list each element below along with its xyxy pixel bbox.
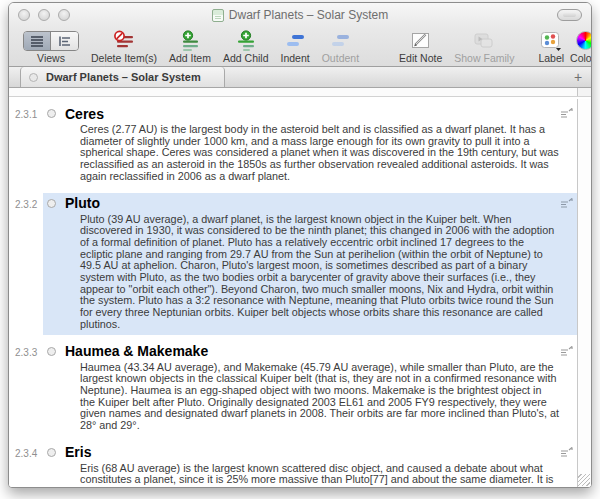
toolbar-toggle-pill-button[interactable] [557,9,582,21]
edit-note-button[interactable]: Edit Note [399,29,442,64]
tab-bar: Dwarf Planets – Solar System + [9,67,591,88]
indent-label: Indent [281,52,310,64]
tab-label: Dwarf Planets – Solar System [46,71,201,83]
outline-item-eris[interactable]: 2.3.4 Eris Eris (68 AU average) is the l… [43,442,583,487]
item-handle-icon[interactable] [47,347,56,356]
colors-button[interactable]: Colors [570,29,592,64]
add-item-label: Add Item [169,52,211,64]
item-title[interactable]: Haumea & Makemake [65,343,208,359]
outdent-label: Outdent [322,52,359,64]
label-button[interactable]: Label [538,29,564,64]
add-child-button[interactable]: Add Child [223,29,269,64]
outline-item-pluto[interactable]: 2.3.2 Pluto Pluto (39 AU average), a dwa… [43,193,583,335]
item-title[interactable]: Ceres [65,106,104,122]
label-icon [539,30,563,52]
colors-label: Colors [570,52,592,64]
new-tab-button[interactable]: + [570,67,586,87]
column-header-strip [9,88,591,97]
outdent-icon [329,31,351,51]
list-view-segment[interactable] [24,32,51,50]
window-title: Dwarf Planets – Solar System [229,8,388,22]
views-control[interactable]: Views [23,29,79,64]
title-bar: Dwarf Planets – Solar System [9,3,591,27]
zoom-window-button[interactable] [58,9,70,21]
label-label: Label [538,52,564,64]
note-indicator-icon[interactable] [560,198,573,209]
item-number: 2.3.3 [15,347,37,358]
app-window: Dwarf Planets – Solar System [8,2,592,488]
item-handle-icon[interactable] [47,109,56,118]
delete-item-icon [112,30,136,52]
add-child-icon [235,30,257,52]
show-family-icon [471,30,497,52]
item-note[interactable]: Haumea (43.34 AU average), and Makemake … [80,362,559,432]
tab-status-icon[interactable] [29,73,38,82]
item-note[interactable]: Eris (68 AU average) is the largest know… [80,463,559,487]
tab-dwarf-planets[interactable]: Dwarf Planets – Solar System [20,67,225,87]
delete-item-label: Delete Item(s) [91,52,157,64]
item-note[interactable]: Pluto (39 AU average), a dwarf planet, i… [80,214,559,331]
outdent-button[interactable]: Outdent [322,29,359,64]
item-number: 2.3.2 [15,199,37,210]
add-child-label: Add Child [223,52,269,64]
edit-note-label: Edit Note [399,52,442,64]
minimize-window-button[interactable] [38,9,50,21]
color-wheel-icon [576,31,592,50]
indent-button[interactable]: Indent [281,29,310,64]
document-icon [212,9,224,22]
note-indicator-icon[interactable] [560,108,573,119]
close-window-button[interactable] [18,9,30,21]
views-segmented-icon[interactable] [23,31,79,51]
views-label: Views [37,52,65,64]
vertical-scrollbar[interactable] [577,99,591,487]
outline-view-segment[interactable] [51,32,78,50]
outline-item-haumea-makemake[interactable]: 2.3.3 Haumea & Makemake Haumea (43.34 AU… [43,341,583,436]
edit-note-icon [409,30,433,52]
item-number: 2.3.1 [15,109,37,120]
delete-item-button[interactable]: Delete Item(s) [91,29,157,64]
show-family-label: Show Family [454,52,514,64]
indent-icon [284,31,306,51]
scrollbar-corner [577,88,591,96]
item-number: 2.3.4 [15,448,37,459]
note-indicator-icon[interactable] [560,346,573,357]
list-view-icon [29,34,45,48]
window-controls [18,9,70,21]
add-item-icon [179,30,201,52]
item-handle-icon[interactable] [47,448,56,457]
show-family-button[interactable]: Show Family [454,29,514,64]
outline-area: 2.3.1 Ceres Ceres (2.77 AU) is the large… [9,99,591,487]
outline-view-icon [57,34,73,48]
note-indicator-icon[interactable] [560,447,573,458]
item-handle-icon[interactable] [47,199,56,208]
add-item-button[interactable]: Add Item [169,29,211,64]
item-note[interactable]: Ceres (2.77 AU) is the largest body in t… [80,124,559,183]
resize-grip[interactable] [578,474,590,486]
item-title[interactable]: Eris [65,444,91,460]
outline-item-ceres[interactable]: 2.3.1 Ceres Ceres (2.77 AU) is the large… [43,103,583,187]
toolbar: Views Delete Item(s) [9,27,591,67]
item-title[interactable]: Pluto [65,195,100,211]
